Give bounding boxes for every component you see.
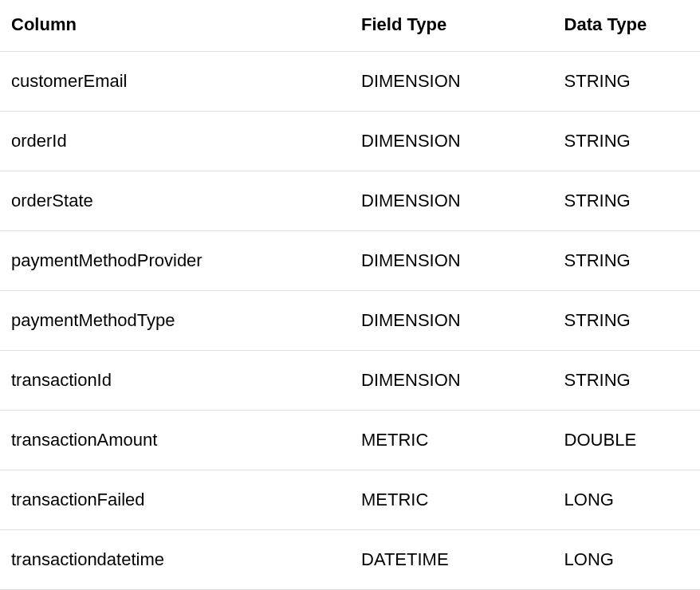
table-body: customerEmail DIMENSION STRING orderId D… [0,52,700,590]
header-field-type: Field Type [350,0,553,52]
table-row: transactiondatetime DATETIME LONG [0,530,700,590]
table-header: Column Field Type Data Type [0,0,700,52]
table-row: paymentMethodProvider DIMENSION STRING [0,231,700,291]
cell-data-type: STRING [553,231,700,291]
cell-field-type: DIMENSION [350,52,553,112]
schema-table: Column Field Type Data Type customerEmai… [0,0,700,590]
cell-data-type: STRING [553,171,700,231]
table-row: orderId DIMENSION STRING [0,112,700,171]
cell-data-type: LONG [553,530,700,590]
table-row: transactionId DIMENSION STRING [0,351,700,411]
table-row: customerEmail DIMENSION STRING [0,52,700,112]
header-row: Column Field Type Data Type [0,0,700,52]
cell-column: customerEmail [0,52,350,112]
cell-field-type: METRIC [350,411,553,470]
cell-field-type: DIMENSION [350,171,553,231]
cell-column: transactiondatetime [0,530,350,590]
cell-column: transactionId [0,351,350,411]
cell-field-type: METRIC [350,470,553,530]
cell-column: orderState [0,171,350,231]
cell-field-type: DIMENSION [350,291,553,351]
cell-field-type: DIMENSION [350,112,553,171]
cell-data-type: STRING [553,112,700,171]
cell-data-type: STRING [553,351,700,411]
cell-data-type: LONG [553,470,700,530]
cell-column: paymentMethodType [0,291,350,351]
cell-column: orderId [0,112,350,171]
table-row: orderState DIMENSION STRING [0,171,700,231]
table-row: transactionFailed METRIC LONG [0,470,700,530]
cell-field-type: DATETIME [350,530,553,590]
header-data-type: Data Type [553,0,700,52]
cell-column: transactionFailed [0,470,350,530]
header-column: Column [0,0,350,52]
cell-column: transactionAmount [0,411,350,470]
table-row: transactionAmount METRIC DOUBLE [0,411,700,470]
cell-field-type: DIMENSION [350,231,553,291]
cell-field-type: DIMENSION [350,351,553,411]
cell-data-type: STRING [553,291,700,351]
cell-data-type: DOUBLE [553,411,700,470]
cell-data-type: STRING [553,52,700,112]
table-row: paymentMethodType DIMENSION STRING [0,291,700,351]
cell-column: paymentMethodProvider [0,231,350,291]
